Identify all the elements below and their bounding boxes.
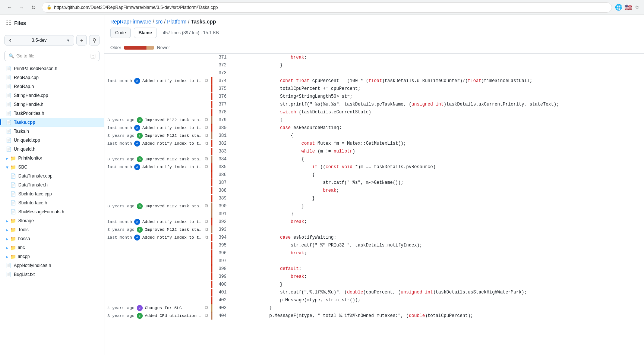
- tree-item[interactable]: 📄Tasks.h: [0, 127, 104, 136]
- tree-item-label: DataTransfer.h: [18, 182, 48, 188]
- blame-meta: 3 years agoBImproved M122 task status re…: [104, 155, 212, 163]
- copy-icon[interactable]: ⧉: [205, 163, 208, 171]
- tree-item[interactable]: 📄TaskPriorities.h: [0, 109, 104, 118]
- tree-item[interactable]: 📄DataTransfer.cpp: [0, 172, 104, 180]
- tree-item[interactable]: ▸ 📁Tools: [0, 225, 104, 234]
- table-row: last monthAAdded notify index to task de…: [104, 163, 644, 171]
- back-button[interactable]: ←: [4, 2, 15, 13]
- tree-item[interactable]: ▾ 📁SBC: [0, 163, 104, 172]
- table-row: 401 str.catf(",%.1f%%,%u)", (double)cpuP…: [104, 289, 644, 296]
- tree-item[interactable]: 📄Tasks.cpp: [0, 118, 104, 127]
- avatar: A: [134, 78, 140, 84]
- copy-icon[interactable]: ⧉: [205, 304, 208, 312]
- file-icon: 📄: [6, 120, 12, 125]
- branch-button[interactable]: ⚱ 3.5-dev ▼: [4, 35, 74, 45]
- file-icon: 📄: [6, 84, 12, 89]
- tree-item[interactable]: ▸ 📁Storage: [0, 216, 104, 225]
- tree-item[interactable]: 📄BugList.txt: [0, 270, 104, 279]
- tree-item[interactable]: 📄RepRap.h: [0, 82, 104, 91]
- tree-item[interactable]: 📄SbcInterface.h: [0, 198, 104, 207]
- tree-item[interactable]: ▸ 📁bossa: [0, 234, 104, 243]
- tree-item-label: Tools: [18, 227, 29, 232]
- copy-icon[interactable]: ⧉: [205, 202, 208, 210]
- table-row: 387 str.catf(" %s", m->GetName());: [104, 179, 644, 187]
- translate-button[interactable]: 🌐️: [615, 4, 622, 11]
- search-files-button[interactable]: ⚲: [89, 35, 100, 45]
- line-number: 395: [212, 242, 231, 249]
- age-gradient: [124, 46, 154, 50]
- code-line: [231, 257, 644, 265]
- star-button[interactable]: ☆: [634, 4, 640, 11]
- file-icon: 📄: [6, 111, 12, 116]
- code-line: p.Message(mtype, str.c_str());: [231, 296, 644, 304]
- line-number: 379: [212, 116, 231, 124]
- tree-item-label: StringHandle.h: [14, 102, 43, 107]
- blame-meta: 4 years agoCChanges for 5LC⧉: [104, 304, 212, 312]
- table-row: last monthAAdded notify index to task de…: [104, 124, 644, 132]
- table-row: 397: [104, 257, 644, 265]
- copy-icon[interactable]: ⧉: [205, 77, 208, 85]
- tree-item[interactable]: ▸ 📁libc: [0, 243, 104, 252]
- copy-icon[interactable]: ⧉: [205, 234, 208, 241]
- tree-item[interactable]: 📄SbcInterface.cpp: [0, 189, 104, 198]
- code-container[interactable]: 371 break;372 }373 last monthAAdded noti…: [104, 54, 644, 355]
- code-line: }: [231, 304, 644, 312]
- forward-button[interactable]: →: [16, 2, 27, 13]
- reload-button[interactable]: ↻: [28, 2, 39, 13]
- tree-item[interactable]: 📄AppNotifyIndices.h: [0, 261, 104, 270]
- tree-item[interactable]: 📄PrintPausedReason.h: [0, 64, 104, 73]
- tree-item[interactable]: 📄SbcMessageFormats.h: [0, 207, 104, 216]
- address-bar[interactable]: 🔒 https://github.com/Duet3D/RepRapFirmwa…: [42, 2, 612, 13]
- table-row: 3 years agoBImproved M122 task status re…: [104, 155, 644, 163]
- tree-item[interactable]: 📄StringHandle.h: [0, 100, 104, 109]
- table-row: 395 str.catf(" %" PRIu32 ", taskDetails.…: [104, 242, 644, 249]
- copy-icon[interactable]: ⧉: [205, 124, 208, 132]
- copy-icon[interactable]: ⧉: [205, 155, 208, 163]
- copy-icon[interactable]: ⧉: [205, 226, 208, 233]
- copy-icon[interactable]: ⧉: [205, 218, 208, 226]
- blame-time: 3 years ago: [107, 202, 135, 210]
- blame-tab[interactable]: Blame: [134, 28, 157, 38]
- tree-item[interactable]: ▸ 📁PrintMonitor: [0, 154, 104, 163]
- tree-item[interactable]: ▸ 📁libcpp: [0, 252, 104, 261]
- avatar: B: [137, 156, 143, 162]
- breadcrumb-link[interactable]: Platform: [167, 19, 186, 25]
- tree-item[interactable]: 📄DataTransfer.h: [0, 180, 104, 189]
- nav-buttons: ← → ↻: [4, 2, 39, 13]
- breadcrumb-link[interactable]: RepRapFirmware: [110, 19, 151, 25]
- line-number: 396: [212, 249, 231, 257]
- code-line: [231, 69, 644, 77]
- blame-meta: [104, 187, 212, 194]
- tree-item[interactable]: 📄UniqueId.cpp: [0, 136, 104, 145]
- blame-meta: last monthAAdded notify index to task de…: [104, 234, 212, 241]
- line-number: 372: [212, 62, 231, 69]
- copy-icon[interactable]: ⧉: [205, 132, 208, 139]
- add-file-button[interactable]: +: [76, 35, 87, 45]
- table-row: 3 years agoBImproved M122 task status re…: [104, 226, 644, 234]
- blame-message: Added notify index to task detail...: [142, 218, 202, 226]
- line-number: 373: [212, 69, 231, 77]
- file-icon: 📄: [6, 93, 12, 98]
- table-row: 3 years agoBImproved M122 task status re…: [104, 116, 644, 124]
- breadcrumb: RepRapFirmware/src/Platform/Tasks.cpp: [110, 19, 638, 25]
- search-box[interactable]: 🔍 t: [4, 51, 100, 61]
- avatar: B: [137, 203, 143, 209]
- breadcrumb-link[interactable]: src: [156, 19, 163, 25]
- copy-icon[interactable]: ⧉: [205, 140, 208, 147]
- table-row: 375 totalCpuPercent += cpuPercent;: [104, 85, 644, 93]
- line-number: 398: [212, 265, 231, 273]
- code-line: }: [231, 202, 644, 210]
- tree-item[interactable]: 📄UniqueId.h: [0, 145, 104, 154]
- flag-button[interactable]: 🇺🇸: [625, 4, 632, 11]
- blame-time: 4 years ago: [107, 304, 135, 312]
- code-line: {: [231, 132, 644, 139]
- code-line: break;: [231, 187, 644, 194]
- tree-item[interactable]: 📄StringHandle.cpp: [0, 91, 104, 100]
- search-input[interactable]: [16, 53, 88, 59]
- copy-icon[interactable]: ⧉: [205, 116, 208, 124]
- copy-icon[interactable]: ⧉: [205, 312, 208, 320]
- tree-item[interactable]: 📄RepRap.cpp: [0, 73, 104, 82]
- code-line: {: [231, 116, 644, 124]
- code-tab[interactable]: Code: [110, 28, 131, 38]
- tree-item-label: libcpp: [18, 254, 30, 259]
